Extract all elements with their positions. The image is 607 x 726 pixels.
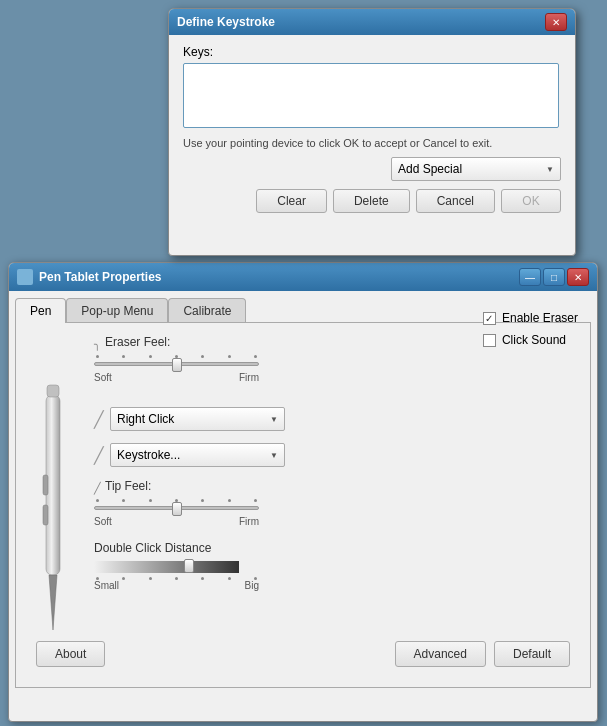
default-button[interactable]: Default	[494, 641, 570, 667]
bottom-buttons: Advanced Default	[395, 641, 570, 667]
ok-button[interactable]: OK	[501, 189, 561, 213]
keystroke-label: Keystroke...	[117, 448, 180, 462]
main-window-title: Pen Tablet Properties	[17, 269, 161, 285]
enable-eraser-row: Enable Eraser	[483, 311, 578, 325]
click-sound-checkbox[interactable]	[483, 334, 496, 347]
about-btn-area: About	[36, 641, 105, 667]
click-sound-row: Click Sound	[483, 333, 578, 347]
minimize-button[interactable]: —	[519, 268, 541, 286]
tip-feel-section: ╱ Tip Feel:	[94, 479, 578, 527]
dc-small-label: Small	[94, 580, 119, 591]
dc-gradient	[94, 561, 239, 573]
add-special-arrow-icon: ▼	[546, 165, 554, 174]
tip-slider-labels: Soft Firm	[94, 516, 259, 527]
window-icon	[17, 269, 33, 285]
tip-slider-thumb[interactable]	[172, 502, 182, 516]
pen-tablet-properties-window: Pen Tablet Properties — □ ✕ Pen Pop-up M…	[8, 262, 598, 722]
click-sound-label: Click Sound	[502, 333, 566, 347]
tip-slider-row: Soft Firm	[94, 499, 578, 527]
tip-slider-container	[94, 499, 259, 514]
delete-button[interactable]: Delete	[333, 189, 410, 213]
add-special-dropdown[interactable]: Add Special ▼	[391, 157, 561, 181]
dialog-title: Define Keystroke	[177, 15, 275, 29]
clear-button[interactable]: Clear	[256, 189, 327, 213]
double-click-label: Double Click Distance	[94, 541, 578, 555]
keys-label: Keys:	[183, 45, 561, 59]
dialog-content: Keys: Use your pointing device to click …	[169, 35, 575, 223]
pen-image	[28, 335, 78, 675]
tab-pen[interactable]: Pen	[15, 298, 66, 323]
right-click-label: Right Click	[117, 412, 174, 426]
dc-slider-container: Small Big	[94, 559, 259, 591]
svg-rect-2	[43, 475, 48, 495]
right-click-line-icon: ╱	[94, 410, 104, 429]
tip-feel-header: ╱ Tip Feel:	[94, 479, 578, 497]
right-click-dropdown-row: ╱ Right Click ▼	[94, 407, 578, 431]
eraser-slider-labels: Soft Firm	[94, 372, 259, 383]
dialog-close-button[interactable]: ✕	[545, 13, 567, 31]
right-checkboxes: Enable Eraser Click Sound	[483, 311, 578, 347]
double-click-section: Double Click Distance	[94, 541, 578, 591]
dialog-add-special-row: Add Special ▼	[183, 157, 561, 181]
dc-slider-labels: Small Big	[94, 580, 259, 591]
dc-track[interactable]	[94, 559, 259, 575]
keystroke-dropdown-row: ╱ Keystroke... ▼	[94, 443, 578, 467]
dialog-buttons: Clear Delete Cancel OK	[183, 189, 561, 213]
eraser-slider-thumb[interactable]	[172, 358, 182, 372]
tab-popup-menu[interactable]: Pop-up Menu	[66, 298, 168, 323]
keystroke-arrow-icon: ▼	[270, 451, 278, 460]
dc-big-label: Big	[245, 580, 259, 591]
dc-slider-thumb[interactable]	[184, 559, 194, 573]
pen-icon	[38, 375, 68, 635]
about-button[interactable]: About	[36, 641, 105, 667]
main-titlebar: Pen Tablet Properties — □ ✕	[9, 263, 597, 291]
eraser-slider-track[interactable]	[94, 362, 259, 366]
right-click-arrow-icon: ▼	[270, 415, 278, 424]
eraser-slider-container	[94, 355, 259, 370]
tab-calibrate[interactable]: Calibrate	[168, 298, 246, 323]
eraser-feel-label: Eraser Feel:	[105, 335, 170, 349]
eraser-line-icon: ╮	[94, 338, 101, 351]
eraser-slider-row: Soft Firm	[94, 355, 578, 383]
svg-rect-3	[43, 505, 48, 525]
cancel-button[interactable]: Cancel	[416, 189, 495, 213]
eraser-soft-label: Soft	[94, 372, 112, 383]
window-controls: — □ ✕	[519, 268, 589, 286]
svg-rect-1	[47, 385, 59, 397]
maximize-button[interactable]: □	[543, 268, 565, 286]
controls-area: ╮ Eraser Feel:	[94, 335, 578, 675]
tip-feel-label: Tip Feel:	[105, 479, 151, 493]
tip-slider-track[interactable]	[94, 506, 259, 510]
pen-area: ╮ Eraser Feel:	[28, 335, 578, 675]
close-button[interactable]: ✕	[567, 268, 589, 286]
tip-firm-label: Firm	[239, 516, 259, 527]
keystroke-select[interactable]: Keystroke... ▼	[110, 443, 285, 467]
hint-text: Use your pointing device to click OK to …	[183, 137, 561, 149]
keystroke-line-icon: ╱	[94, 446, 104, 465]
enable-eraser-label: Enable Eraser	[502, 311, 578, 325]
define-keystroke-dialog: Define Keystroke ✕ Keys: Use your pointi…	[168, 8, 576, 256]
eraser-firm-label: Firm	[239, 372, 259, 383]
advanced-button[interactable]: Advanced	[395, 641, 486, 667]
tip-soft-label: Soft	[94, 516, 112, 527]
tab-content-pen: ╮ Eraser Feel:	[15, 322, 591, 688]
enable-eraser-checkbox[interactable]	[483, 312, 496, 325]
right-click-select[interactable]: Right Click ▼	[110, 407, 285, 431]
tip-line-icon: ╱	[94, 482, 101, 495]
dialog-titlebar: Define Keystroke ✕	[169, 9, 575, 35]
keys-input[interactable]	[183, 63, 559, 128]
add-special-label: Add Special	[398, 162, 462, 176]
window-content: Pen Pop-up Menu Calibrate	[9, 291, 597, 721]
